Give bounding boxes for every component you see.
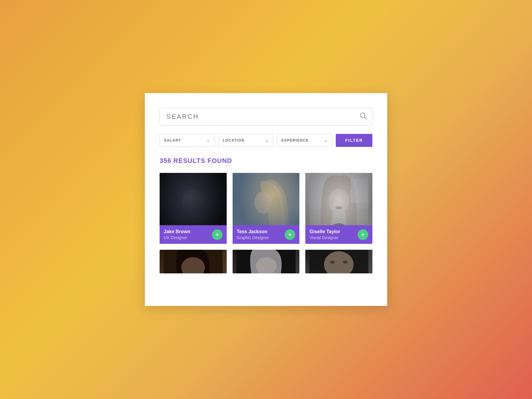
card-overlay-giselle: Giselle Taylor Visual Designer + <box>305 225 372 244</box>
card-name-tess: Tess Jackson <box>237 229 269 235</box>
card-row2-1[interactable] <box>160 250 227 273</box>
card-name-jake: Jake Brown <box>164 229 190 235</box>
search-input[interactable] <box>160 108 372 126</box>
add-giselle-button[interactable]: + <box>358 229 368 240</box>
svg-rect-11 <box>309 173 369 208</box>
card-tess-jackson[interactable]: Tess Jackson Graphic Designer + <box>233 173 300 244</box>
cards-grid: Jake Brown UX Designer + <box>160 173 372 273</box>
filter-row: SALARY ⌄ LOCATION ⌄ EXPERIENCE ⌄ FILTER <box>160 134 372 147</box>
search-icon <box>359 112 367 121</box>
card-role-tess: Graphic Designer <box>237 235 269 240</box>
card-jake-brown[interactable]: Jake Brown UX Designer + <box>160 173 227 244</box>
experience-label: EXPERIENCE <box>281 138 309 142</box>
main-container: SALARY ⌄ LOCATION ⌄ EXPERIENCE ⌄ FILTER … <box>145 93 387 306</box>
filter-button[interactable]: FILTER <box>336 134 372 147</box>
svg-point-25 <box>343 261 348 264</box>
card-info-jake: Jake Brown UX Designer <box>164 229 190 240</box>
experience-filter[interactable]: EXPERIENCE ⌄ <box>277 134 332 147</box>
svg-rect-2 <box>184 182 202 192</box>
search-wrapper <box>160 108 372 126</box>
svg-point-24 <box>330 261 335 264</box>
card-giselle-taylor[interactable]: Giselle Taylor Visual Designer + <box>305 173 372 244</box>
location-label: LOCATION <box>223 138 245 142</box>
svg-point-4 <box>182 189 204 213</box>
svg-point-12 <box>329 189 349 213</box>
card-overlay-jake: Jake Brown UX Designer + <box>160 225 227 244</box>
card-row2-2[interactable] <box>233 250 300 273</box>
card-name-giselle: Giselle Taylor <box>309 229 340 235</box>
location-filter[interactable]: LOCATION ⌄ <box>218 134 274 147</box>
svg-rect-14 <box>351 179 369 202</box>
add-tess-button[interactable]: + <box>285 229 295 240</box>
card-image-row2-3 <box>305 250 372 273</box>
svg-point-13 <box>335 206 343 209</box>
svg-point-8 <box>254 191 272 214</box>
card-image-row2-2 <box>233 250 300 273</box>
results-count: 356 RESULTS FOUND <box>160 157 372 165</box>
card-role-jake: UX Designer <box>164 235 190 240</box>
svg-point-5 <box>184 202 202 214</box>
card-row2-3[interactable] <box>305 250 372 273</box>
card-role-giselle: Visual Designer <box>309 235 340 240</box>
location-chevron-icon: ⌄ <box>265 138 269 143</box>
card-overlay-tess: Tess Jackson Graphic Designer + <box>233 225 300 244</box>
svg-line-1 <box>364 117 366 119</box>
salary-chevron-icon: ⌄ <box>206 138 210 143</box>
card-info-tess: Tess Jackson Graphic Designer <box>237 229 269 240</box>
svg-rect-3 <box>182 189 204 193</box>
salary-label: SALARY <box>164 138 181 142</box>
salary-filter[interactable]: SALARY ⌄ <box>160 134 215 147</box>
card-image-row2-1 <box>160 250 227 273</box>
add-jake-button[interactable]: + <box>212 229 223 240</box>
experience-chevron-icon: ⌄ <box>324 138 328 143</box>
card-info-giselle: Giselle Taylor Visual Designer <box>309 229 340 240</box>
